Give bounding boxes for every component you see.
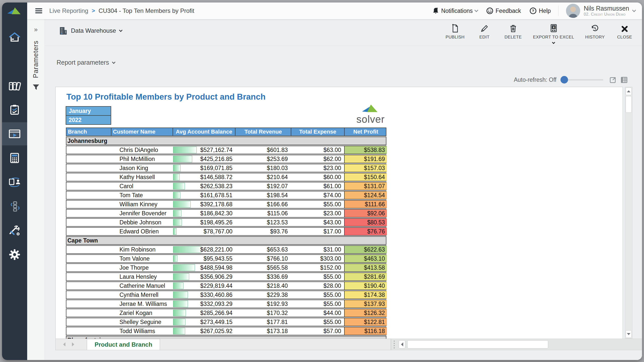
- sidebar-item-admin-tools[interactable]: [2, 219, 27, 242]
- period-month-cell[interactable]: January: [66, 106, 111, 116]
- notifications-button[interactable]: Notifications: [432, 7, 478, 14]
- profit-cell: $150.64: [344, 173, 387, 181]
- balance-databar: [173, 283, 183, 289]
- revenue-cell: $766.10: [235, 255, 291, 262]
- sidebar-item-process-flow[interactable]: [2, 195, 27, 218]
- sidebar-item-settings[interactable]: [2, 243, 27, 266]
- grid-view-icon[interactable]: [620, 76, 628, 84]
- balance-databar: [173, 156, 192, 162]
- history-button[interactable]: HISTORY: [585, 23, 605, 40]
- horizontal-scroll-thumb[interactable]: [407, 340, 548, 348]
- table-row[interactable]: Kathy Hassell$146,588.72$210.64$60.00$15…: [66, 173, 386, 181]
- col-avg-account-balance[interactable]: Avg Account Balance: [173, 128, 235, 136]
- edit-button[interactable]: EDIT: [476, 23, 493, 40]
- balance-cell: $285,266.94: [173, 309, 235, 317]
- table-row[interactable]: Jason King$169,071.85$180.03$23.00$157.0…: [66, 164, 386, 172]
- table-row[interactable]: Shelley Seguine$273,449.15$177.81$55.00$…: [66, 318, 386, 326]
- sidebar-item-home[interactable]: [2, 26, 27, 49]
- app-window: Live Reporting > CU304 - Top Ten Members…: [2, 3, 642, 360]
- branch-cell: [66, 264, 111, 271]
- close-button[interactable]: CLOSE: [616, 23, 633, 40]
- table-row[interactable]: Jerrae M. Williams$332,093.29$192.93$55.…: [66, 300, 386, 308]
- customer-name-cell: Jennifer Bovender: [111, 210, 173, 217]
- feedback-button[interactable]: Feedback: [486, 7, 521, 14]
- table-row[interactable]: Catherine Manuel$229,819.44$218.40$28.00…: [66, 281, 386, 290]
- export-to-excel-button[interactable]: X EXPORT TO EXCEL: [533, 23, 574, 44]
- sidebar-item-budgeting[interactable]: [2, 146, 27, 170]
- profit-cell: $131.07: [344, 182, 387, 190]
- horizontal-scrollbar[interactable]: [391, 339, 642, 350]
- table-row[interactable]: Debbie Johnson$198,495.26$123.53$43.00$8…: [66, 218, 386, 227]
- user-chevron-down-icon[interactable]: [632, 8, 636, 12]
- expand-panel-icon[interactable]: »: [34, 26, 37, 33]
- period-year-cell[interactable]: 2022: [66, 115, 111, 125]
- col-total-revenue[interactable]: Total Revenue: [235, 128, 291, 136]
- scroll-left-button[interactable]: [399, 340, 405, 348]
- expense-cell: $303.00: [291, 255, 344, 262]
- solver-logo-mark: [2, 3, 27, 19]
- table-row[interactable]: Chris DiAngelo$527,162.74$601.83$63.00$5…: [66, 146, 386, 154]
- expand-view-icon[interactable]: [609, 76, 617, 84]
- sheet-tab-product-and-branch[interactable]: Product and Branch: [87, 339, 160, 350]
- data-source-picker[interactable]: Data Warehouse: [59, 26, 122, 35]
- user-menu[interactable]: Nils Rasmussen 02. Credit Union Demo: [584, 5, 629, 16]
- balance-cell: $332,093.29: [173, 300, 235, 308]
- branch-cell: [66, 300, 111, 308]
- table-row[interactable]: Tom Tate$161,678.51$198.54$74.00$124.54: [66, 191, 386, 199]
- expense-cell: $23.00: [291, 164, 344, 172]
- sheet-prev-icon[interactable]: [63, 342, 65, 346]
- col-total-expense[interactable]: Total Expense: [291, 128, 344, 136]
- filter-funnel-icon[interactable]: [32, 84, 40, 92]
- help-button[interactable]: ? Help: [530, 7, 551, 14]
- table-row[interactable]: Zariel Kogan$285,266.94$170.32$44.00$126…: [66, 309, 386, 317]
- table-row[interactable]: Tom Valone$95,943.55$766.10$303.00$463.1…: [66, 254, 386, 263]
- profit-cell: $174.38: [344, 291, 387, 299]
- user-org: 02. Credit Union Demo: [584, 12, 629, 17]
- publish-button[interactable]: PUBLISH: [446, 23, 465, 40]
- table-row[interactable]: William Kinney$392,178.68$166.66$55.00$1…: [66, 200, 386, 209]
- table-row[interactable]: Phil McMillion$425,216.85$253.69$62.00$1…: [66, 155, 386, 163]
- revenue-cell: $177.81: [235, 318, 291, 326]
- sidebar-item-collaboration[interactable]: [2, 171, 27, 194]
- sidebar-item-tasks[interactable]: [2, 98, 27, 121]
- vertical-scrollbar[interactable]: [625, 87, 632, 339]
- balance-cell: $229,819.44: [173, 282, 235, 290]
- balance-databar: [173, 192, 180, 198]
- delete-button[interactable]: DELETE: [504, 23, 522, 40]
- table-row[interactable]: Jennifer Bovender$186,842.30$115.06$23.0…: [66, 209, 386, 218]
- customer-name-cell: Debbie Johnson: [111, 219, 173, 226]
- revenue-cell: $192.07: [235, 182, 291, 190]
- col-branch[interactable]: Branch: [66, 128, 111, 136]
- balance-databar: [173, 165, 181, 171]
- report-parameters-toggle[interactable]: Report parameters: [57, 59, 115, 66]
- sidebar-item-reports-archive[interactable]: [2, 74, 27, 98]
- scroll-down-button[interactable]: [626, 330, 632, 338]
- table-row[interactable]: Carol$262,538.23$192.07$61.00$131.07: [66, 182, 386, 190]
- table-row[interactable]: Cynthia Merrell$330,460.86$229.38$55.00$…: [66, 291, 386, 299]
- revenue-cell: $229.38: [235, 291, 291, 299]
- vertical-scroll-thumb[interactable]: [626, 96, 632, 113]
- table-row[interactable]: Joe Thorpe$488,594.98$565.58$152.00$413.…: [66, 263, 386, 272]
- sidebar-item-live-reporting[interactable]: [2, 122, 27, 145]
- sheet-next-icon[interactable]: [72, 342, 74, 346]
- group-header-row: Cape Town: [66, 236, 386, 245]
- col-customer-name[interactable]: Customer Name: [111, 128, 173, 136]
- table-row[interactable]: Laura Hensley$356,906.29$336.69$55.00$28…: [66, 272, 386, 281]
- auto-refresh-label: Auto-refresh: Off: [514, 76, 556, 83]
- col-net-profit[interactable]: Net Profit: [344, 128, 387, 136]
- hamburger-menu-icon[interactable]: [35, 8, 42, 13]
- table-row[interactable]: Edward OBrien$78,767.00$93.76$17.00$76.7…: [66, 227, 386, 236]
- bell-icon: [432, 7, 439, 14]
- flow-icon: [9, 201, 20, 212]
- scroll-up-button[interactable]: [626, 88, 632, 95]
- slider-knob[interactable]: [560, 76, 568, 84]
- parameters-rail-label[interactable]: Parameters: [32, 41, 40, 78]
- balance-cell: $169,071.85: [173, 164, 235, 172]
- breadcrumb-section[interactable]: Live Reporting: [49, 7, 88, 14]
- splitter-handle[interactable]: [394, 341, 395, 348]
- user-avatar[interactable]: [566, 4, 580, 18]
- table-row[interactable]: Kim Robinson$628,221.00$653.63$31.00$622…: [66, 245, 386, 254]
- table-row[interactable]: Todd Williams$267,025.92$173.18$57.00$11…: [66, 327, 386, 335]
- auto-refresh-slider[interactable]: [561, 76, 603, 84]
- customer-name-cell: Kathy Hassell: [111, 173, 173, 181]
